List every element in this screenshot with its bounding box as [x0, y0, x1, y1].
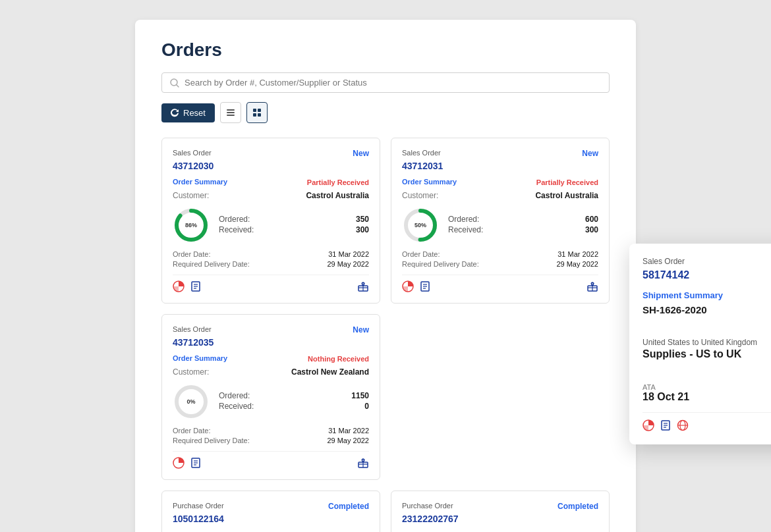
main-panel: Orders Reset: [135, 20, 636, 532]
pie-icon[interactable]: [402, 280, 414, 292]
card-number: 1050122164: [173, 514, 369, 524]
section-label: Order Summary: [402, 178, 457, 186]
order-stats: Ordered: 600 Received: 300: [448, 215, 598, 236]
card-type: Purchase Order: [173, 502, 224, 510]
popup-section-label: Shipment Summary: [642, 290, 723, 300]
popup-card: Sales Order In Process 58174142 Shipment…: [629, 244, 771, 444]
section-status: Nothing Received: [308, 355, 369, 363]
order-card-2[interactable]: Sales Order New 43712031 Order Summary P…: [391, 138, 610, 304]
card-type: Sales Order: [173, 149, 212, 157]
search-bar[interactable]: [161, 72, 610, 93]
search-icon: [170, 78, 179, 88]
section-label: Order Summary: [173, 354, 227, 362]
gift-icon[interactable]: [357, 280, 369, 292]
delivery-date-value: 29 May 2022: [327, 437, 369, 444]
svg-rect-5: [253, 109, 256, 112]
cards-grid: Sales Order New 43712030 Order Summary P…: [161, 138, 610, 480]
order-card-3[interactable]: Sales Order New 43712035 Order Summary N…: [161, 314, 380, 480]
popup-globe-icon[interactable]: [677, 419, 689, 431]
document-icon[interactable]: [190, 457, 202, 469]
reset-label: Reset: [183, 108, 206, 118]
ordered-label: Ordered:: [219, 391, 250, 400]
order-card-4[interactable]: Purchase Order Completed 1050122164 Orde…: [161, 491, 380, 532]
delivery-date-label: Required Delivery Date:: [402, 260, 479, 268]
popup-ata-label: ATA: [642, 383, 689, 391]
donut-label: 50%: [414, 222, 426, 228]
grid-icon: [252, 108, 262, 117]
svg-rect-8: [258, 113, 261, 117]
popup-route-name: Supplies - US to UK: [642, 348, 757, 360]
reset-icon: [171, 109, 179, 117]
popup-order-number: 58174142: [642, 269, 771, 281]
delivery-date-label: Required Delivery Date:: [173, 260, 250, 268]
donut-label: 0%: [186, 398, 195, 405]
received-label: Received:: [219, 225, 254, 234]
popup-route: United States to United Kingdom Supplies…: [642, 338, 757, 360]
delivery-date-label: Required Delivery Date:: [173, 437, 250, 444]
order-stats: Ordered: 350 Received: 300: [219, 215, 369, 236]
page-title: Orders: [161, 40, 610, 61]
card-number: 43712035: [173, 337, 369, 348]
received-value: 0: [364, 402, 369, 411]
gift-icon[interactable]: [586, 280, 598, 292]
document-icon[interactable]: [190, 280, 202, 292]
delivery-date-value: 29 May 2022: [556, 260, 598, 268]
document-icon[interactable]: [419, 280, 431, 292]
delivery-date-value: 29 May 2022: [327, 260, 369, 268]
received-label: Received:: [448, 225, 483, 234]
svg-rect-2: [227, 109, 235, 111]
popup-route-from: United States to United Kingdom: [642, 338, 757, 347]
order-stats: Ordered: 1150 Received: 0: [219, 391, 369, 412]
pie-icon[interactable]: [173, 457, 185, 469]
card-type: Sales Order: [402, 149, 441, 157]
order-card-5[interactable]: Purchase Order Completed 23122202767 Ord…: [391, 491, 610, 532]
popup-ata-block: ATA 18 Oct 21: [642, 383, 689, 403]
card-status: New: [353, 149, 369, 158]
section-status: Partially Received: [307, 178, 369, 186]
pie-icon[interactable]: [173, 280, 185, 292]
card-status: Completed: [557, 502, 598, 511]
card-number: 43712030: [173, 161, 369, 171]
popup-shipment-id: SH-1626-2020: [642, 304, 707, 315]
card-number: 23122202767: [402, 514, 598, 524]
party-value: Castrol Australia: [535, 191, 598, 200]
search-input[interactable]: [185, 78, 601, 88]
party-value: Castrol New Zealand: [291, 367, 369, 377]
received-label: Received:: [219, 402, 254, 411]
progress-donut: 86%: [173, 207, 210, 244]
svg-rect-4: [227, 115, 235, 116]
card-status: Completed: [328, 502, 369, 511]
card-type: Sales Order: [173, 325, 212, 333]
order-date-value: 31 Mar 2022: [328, 427, 369, 435]
received-value: 300: [585, 225, 598, 234]
donut-label: 86%: [185, 222, 197, 228]
ordered-value: 350: [356, 215, 369, 224]
svg-rect-7: [253, 113, 256, 117]
list-icon: [226, 108, 235, 117]
order-card-1[interactable]: Sales Order New 43712030 Order Summary P…: [161, 138, 380, 304]
svg-rect-3: [227, 112, 235, 113]
ordered-value: 1150: [351, 391, 369, 400]
order-date-label: Order Date:: [402, 250, 440, 258]
grid-view-button[interactable]: [246, 102, 268, 123]
list-view-button[interactable]: [220, 102, 241, 123]
popup-pie-icon[interactable]: [642, 419, 654, 431]
card-status: New: [353, 325, 369, 334]
section-status: Partially Received: [536, 178, 598, 186]
order-date-value: 31 Mar 2022: [328, 250, 369, 258]
svg-rect-6: [258, 109, 261, 112]
ordered-value: 600: [585, 215, 598, 224]
received-value: 300: [356, 225, 369, 234]
section-label: Order Summary: [173, 178, 227, 186]
gift-icon[interactable]: [357, 457, 369, 469]
popup-document-icon[interactable]: [660, 419, 671, 431]
reset-button[interactable]: Reset: [161, 103, 215, 122]
cards-grid-2: Purchase Order Completed 1050122164 Orde…: [161, 491, 610, 532]
card-number: 43712031: [402, 161, 598, 171]
card-type: Purchase Order: [402, 502, 453, 510]
party-label: Customer:: [173, 191, 209, 200]
progress-donut: 0%: [173, 383, 210, 420]
popup-order-type: Sales Order: [642, 257, 685, 266]
order-date-value: 31 Mar 2022: [557, 250, 598, 258]
popup-ata-date: 18 Oct 21: [642, 391, 689, 403]
